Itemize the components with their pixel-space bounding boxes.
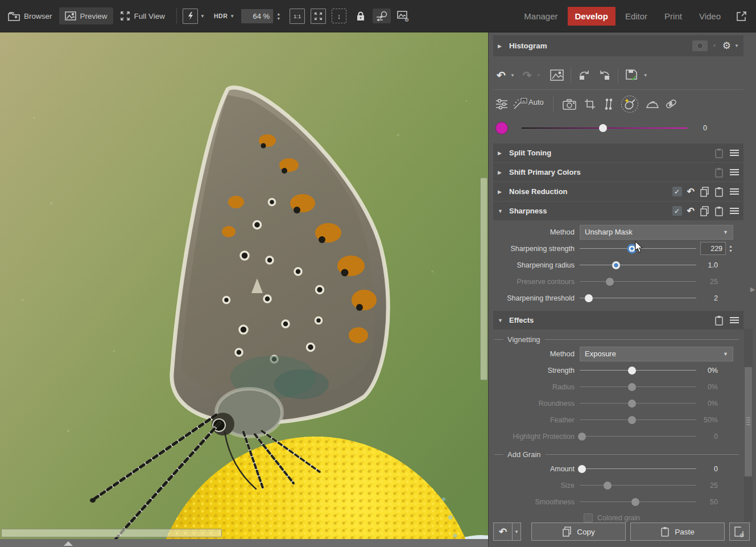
- panel-scrollbar-track[interactable]: [744, 328, 753, 522]
- undo-button[interactable]: ↶: [497, 69, 506, 82]
- histogram-header[interactable]: ▶ Histogram ▼ ⚙ ▼: [493, 35, 743, 56]
- brush-color-slider[interactable]: [522, 124, 687, 132]
- redo-button[interactable]: ↷: [523, 69, 532, 82]
- slider-thumb[interactable]: [628, 367, 636, 375]
- gear-dropdown-caret[interactable]: ▼: [734, 43, 739, 48]
- vignetting-strength-slider[interactable]: [580, 365, 696, 376]
- brush-color-swatch[interactable]: [495, 122, 508, 134]
- panel-scrollbar-thumb[interactable]: [745, 367, 752, 476]
- save-dropdown-caret[interactable]: ▼: [643, 73, 648, 78]
- copy-adjustments-button[interactable]: Copy: [531, 523, 626, 541]
- tab-manager[interactable]: Manager: [517, 7, 565, 26]
- tab-editor[interactable]: Editor: [618, 7, 655, 26]
- filmstrip-collapsed-bar[interactable]: [0, 539, 488, 547]
- fit-width-button[interactable]: ↕: [332, 9, 346, 23]
- paste-icon[interactable]: [714, 315, 724, 326]
- undo-adjustments-button[interactable]: ↶: [493, 523, 512, 541]
- colored-grain-checkbox[interactable]: [584, 513, 593, 523]
- paste-icon[interactable]: [714, 187, 724, 197]
- section-sharpness[interactable]: ▼ Sharpness ✓ ↶: [493, 201, 743, 220]
- sliders-icon[interactable]: [495, 98, 508, 110]
- zoom-stepper[interactable]: ▲▼: [276, 13, 280, 20]
- retouch-brush-button[interactable]: [623, 97, 637, 111]
- collapse-icon[interactable]: ▼: [498, 208, 503, 214]
- rotate-left-icon[interactable]: [578, 69, 590, 81]
- preview-button[interactable]: Preview: [59, 7, 113, 24]
- grain-amount-slider[interactable]: [580, 464, 696, 474]
- histogram-expand-icon[interactable]: ▶: [498, 43, 503, 49]
- hdr-dropdown-caret[interactable]: ▼: [230, 14, 234, 19]
- sharpness-checkbox[interactable]: ✓: [672, 206, 682, 216]
- slider-thumb[interactable]: [578, 465, 586, 473]
- section-noise-reduction[interactable]: ▶ Noise Reduction ✓ ↶: [493, 182, 743, 201]
- sharpness-method-dropdown[interactable]: Unsharp Mask ▼: [580, 225, 733, 240]
- compare-views-button[interactable]: [373, 9, 391, 23]
- copy-icon[interactable]: [700, 206, 709, 216]
- section-menu-icon[interactable]: [730, 317, 739, 324]
- panel-collapse-arrow[interactable]: ▶: [750, 286, 755, 293]
- overlay-dropdown-caret[interactable]: ▼: [712, 43, 717, 48]
- overlay-toggle-button[interactable]: [692, 40, 708, 51]
- full-view-button[interactable]: Full View: [114, 7, 171, 25]
- tab-develop[interactable]: Develop: [568, 7, 615, 26]
- original-preview-icon[interactable]: [550, 69, 564, 81]
- undock-icon[interactable]: [736, 11, 747, 22]
- spin-arrows[interactable]: ▲▼: [729, 245, 733, 252]
- filmstrip-expand-triangle[interactable]: [64, 541, 73, 546]
- undo-dropdown-caret[interactable]: ▼: [510, 73, 515, 78]
- redo-dropdown-caret[interactable]: ▼: [536, 73, 541, 78]
- reset-icon[interactable]: ↶: [687, 205, 695, 216]
- fit-to-screen-button[interactable]: [311, 9, 326, 24]
- zoom-one-to-one-button[interactable]: 1:1: [290, 9, 305, 24]
- flash-dropdown-caret[interactable]: ▼: [200, 14, 205, 19]
- crop-icon[interactable]: [584, 98, 596, 110]
- vignetting-method-dropdown[interactable]: Exposure ▼: [580, 347, 733, 361]
- paste-icon[interactable]: [714, 148, 724, 158]
- section-menu-icon[interactable]: [730, 150, 739, 157]
- sharpening-threshold-slider[interactable]: [580, 293, 696, 303]
- preview-label: Preview: [80, 12, 108, 20]
- color-slider-thumb[interactable]: [599, 124, 607, 132]
- white-balance-camera-icon[interactable]: [563, 99, 576, 110]
- save-icon[interactable]: ✓: [625, 69, 639, 81]
- collapse-icon[interactable]: ▼: [498, 318, 503, 323]
- batch-settings-button[interactable]: ⚙: [729, 523, 750, 541]
- section-menu-icon[interactable]: [730, 188, 739, 195]
- expand-icon[interactable]: ▶: [498, 189, 503, 195]
- quick-edits-button[interactable]: ▼: [183, 9, 205, 24]
- expand-icon[interactable]: ▶: [498, 170, 503, 175]
- sharpening-strength-spinbox[interactable]: 229 ▲▼: [696, 242, 733, 255]
- copy-icon[interactable]: [700, 187, 709, 197]
- slider-thumb[interactable]: [612, 261, 620, 269]
- noise-reduction-checkbox[interactable]: ✓: [672, 187, 682, 196]
- section-menu-icon[interactable]: [730, 208, 739, 215]
- tab-print[interactable]: Print: [657, 7, 689, 26]
- auto-enhance-button[interactable]: AI Auto: [513, 98, 544, 110]
- image-vertical-scrollbar[interactable]: [480, 178, 488, 380]
- slider-thumb[interactable]: [585, 294, 593, 302]
- browser-button[interactable]: Browser: [2, 7, 58, 25]
- section-split-toning[interactable]: ▶ Split Toning: [493, 143, 743, 162]
- section-menu-icon[interactable]: [730, 169, 739, 176]
- image-horizontal-scrollbar[interactable]: [1, 529, 222, 537]
- section-effects[interactable]: ▼ Effects: [493, 311, 743, 330]
- healing-bandage-icon[interactable]: [664, 98, 677, 110]
- paste-icon[interactable]: [714, 167, 724, 178]
- iron-deform-icon[interactable]: [646, 99, 659, 109]
- sharpening-radius-slider[interactable]: [580, 260, 696, 270]
- rotate-right-icon[interactable]: [598, 69, 611, 81]
- hdr-button[interactable]: HDR ▼: [214, 13, 234, 19]
- paste-adjustments-button[interactable]: Paste: [630, 523, 725, 541]
- reset-icon[interactable]: ↶: [687, 186, 695, 197]
- section-shift-primary-colors[interactable]: ▶ Shift Primary Colors: [493, 163, 743, 182]
- undo-dropdown-button[interactable]: ▼: [512, 523, 521, 541]
- tab-video[interactable]: Video: [692, 7, 728, 26]
- expand-icon[interactable]: ▶: [498, 150, 503, 156]
- paste-icon[interactable]: [714, 206, 724, 216]
- lock-zoom-button[interactable]: [353, 9, 368, 23]
- gear-icon[interactable]: ⚙: [722, 40, 731, 52]
- zoom-input[interactable]: 64 %: [241, 9, 273, 23]
- preview-settings-button[interactable]: ⚙: [394, 9, 411, 23]
- straighten-icon[interactable]: [604, 98, 614, 110]
- photo-canvas[interactable]: [0, 32, 488, 539]
